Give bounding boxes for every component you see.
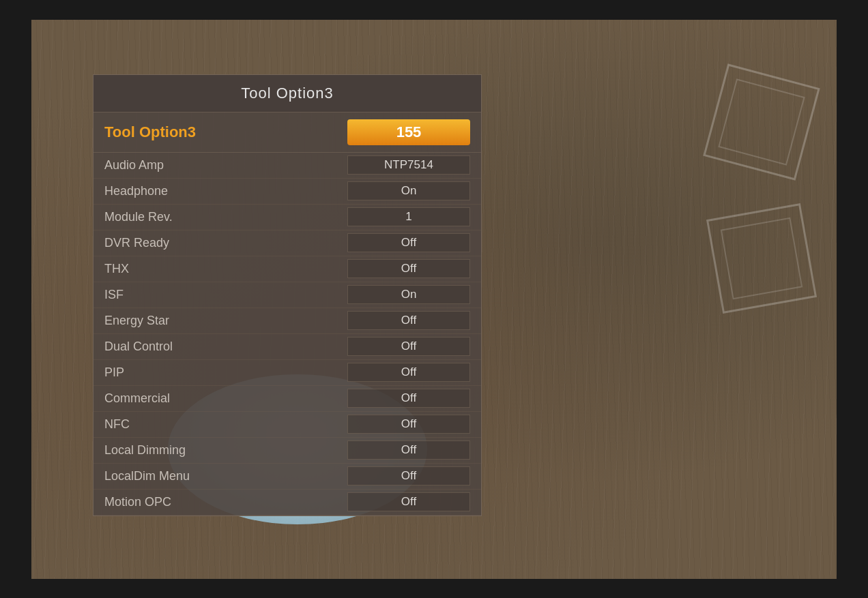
row-value: On xyxy=(347,181,470,200)
row-label: PIP xyxy=(104,365,347,380)
menu-header-row: Tool Option3 155 xyxy=(93,113,481,153)
menu-row[interactable]: Audio AmpNTP7514 xyxy=(93,153,481,179)
row-value: Off xyxy=(347,233,470,252)
row-label: Module Rev. xyxy=(104,210,347,224)
row-label: Audio Amp xyxy=(104,158,347,173)
row-value: Off xyxy=(347,259,470,278)
row-value: On xyxy=(347,285,470,304)
menu-header-label: Tool Option3 xyxy=(104,123,196,141)
decorative-right xyxy=(700,61,823,470)
menu-header-value: 155 xyxy=(347,119,470,145)
row-label: THX xyxy=(104,262,347,276)
menu-row[interactable]: ISFOn xyxy=(93,282,481,308)
menu-title: Tool Option3 xyxy=(241,85,334,102)
row-value: NTP7514 xyxy=(347,155,470,175)
row-label: LocalDim Menu xyxy=(104,469,347,483)
menu-row[interactable]: Local DimmingOff xyxy=(93,438,481,464)
menu-rows: Audio AmpNTP7514HeadphoneOnModule Rev.1D… xyxy=(93,153,481,515)
menu-container: Tool Option3 Tool Option3 155 Audio AmpN… xyxy=(93,74,482,516)
row-value: Off xyxy=(347,311,470,330)
row-label: Local Dimming xyxy=(104,443,347,458)
row-label: Commercial xyxy=(104,391,347,406)
menu-row[interactable]: Dual ControlOff xyxy=(93,334,481,360)
menu-row[interactable]: THXOff xyxy=(93,256,481,282)
row-value: Off xyxy=(347,415,470,434)
row-label: ISF xyxy=(104,288,347,302)
menu-row[interactable]: CommercialOff xyxy=(93,386,481,412)
menu-row[interactable]: Motion OPCOff xyxy=(93,490,481,515)
row-value: Off xyxy=(347,466,470,485)
row-label: Dual Control xyxy=(104,340,347,354)
row-label: Energy Star xyxy=(104,314,347,328)
row-value: Off xyxy=(347,492,470,511)
menu-row[interactable]: NFCOff xyxy=(93,412,481,438)
menu-row[interactable]: PIPOff xyxy=(93,360,481,386)
row-value: Off xyxy=(347,363,470,382)
menu-row[interactable]: Module Rev.1 xyxy=(93,205,481,230)
row-value: Off xyxy=(347,337,470,356)
row-value: Off xyxy=(347,389,470,408)
row-label: Headphone xyxy=(104,184,347,198)
menu-row[interactable]: Energy StarOff xyxy=(93,308,481,334)
row-label: Motion OPC xyxy=(104,495,347,509)
tv-screen: Tool Option3 Tool Option3 155 Audio AmpN… xyxy=(31,20,837,579)
menu-row[interactable]: DVR ReadyOff xyxy=(93,230,481,256)
row-label: DVR Ready xyxy=(104,236,347,250)
menu-row[interactable]: LocalDim MenuOff xyxy=(93,464,481,490)
menu-title-bar: Tool Option3 xyxy=(93,75,481,113)
row-value: 1 xyxy=(347,207,470,226)
row-value: Off xyxy=(347,440,470,460)
row-label: NFC xyxy=(104,417,347,432)
menu-row[interactable]: HeadphoneOn xyxy=(93,179,481,205)
